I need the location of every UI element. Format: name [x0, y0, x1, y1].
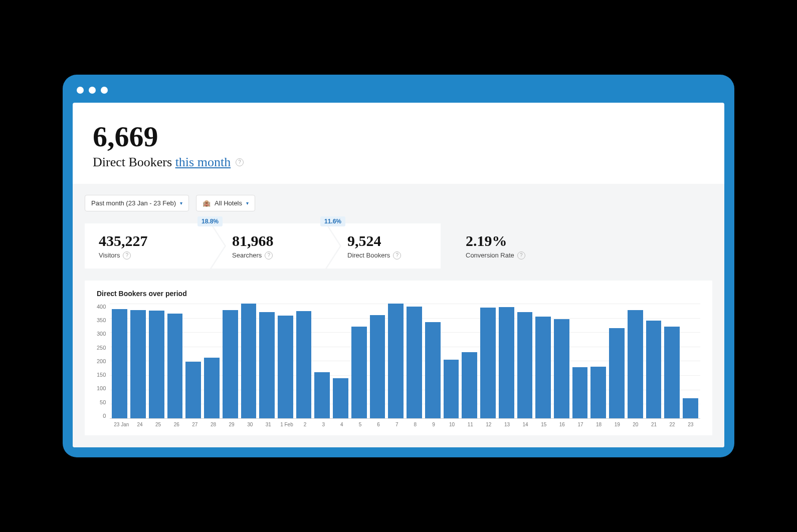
- metric-label: Direct Bookers ?: [347, 251, 427, 259]
- filter-bar: Past month (23 Jan - 23 Feb) ▾ 🏨 All Hot…: [85, 195, 712, 211]
- window-dot: [89, 87, 96, 94]
- chart-panel: Direct Bookers over period 4003503002502…: [85, 281, 712, 435]
- bar[interactable]: [259, 312, 275, 418]
- bar[interactable]: [683, 398, 698, 418]
- x-tick: 2: [297, 422, 313, 427]
- x-tick: 18: [591, 422, 607, 427]
- subtitle-text: Direct Bookers: [93, 155, 175, 169]
- bar[interactable]: [628, 310, 643, 418]
- building-icon: 🏨: [203, 199, 211, 207]
- metric-label: Searchers ?: [232, 251, 311, 259]
- bar[interactable]: [149, 311, 164, 418]
- x-tick: 14: [518, 422, 533, 427]
- x-tick: 22: [665, 422, 680, 427]
- bar[interactable]: [223, 310, 238, 418]
- y-tick: 100: [97, 385, 106, 391]
- chevron-down-icon: ▾: [180, 200, 182, 206]
- funnel-card-conversion: 2.19% Conversion Rate ?: [441, 223, 539, 269]
- x-tick: 26: [169, 422, 184, 427]
- date-range-label: Past month (23 Jan - 23 Feb): [91, 199, 176, 207]
- page-header: 6,669 Direct Bookers this month ?: [73, 103, 724, 184]
- y-tick: 300: [97, 331, 106, 337]
- metric-value: 9,524: [347, 232, 427, 249]
- bar[interactable]: [609, 328, 625, 418]
- x-tick: 15: [536, 422, 551, 427]
- x-tick: 11: [463, 422, 478, 427]
- funnel-card-searchers: 81,968 Searchers ?: [210, 223, 325, 269]
- bar[interactable]: [535, 317, 551, 418]
- metric-label: Visitors ?: [99, 251, 196, 259]
- bar[interactable]: [499, 307, 514, 418]
- funnel-card-bookers: 9,524 Direct Bookers ?: [325, 223, 441, 269]
- help-icon[interactable]: ?: [265, 251, 273, 259]
- bar[interactable]: [554, 319, 569, 418]
- x-tick: 12: [481, 422, 497, 427]
- funnel-card-visitors: 435,227 Visitors ?: [85, 223, 210, 269]
- bar[interactable]: [241, 304, 257, 418]
- y-tick: 200: [97, 358, 106, 364]
- bar[interactable]: [444, 360, 459, 418]
- y-tick: 0: [103, 413, 106, 419]
- y-axis: 400350300250200150100500: [97, 304, 110, 419]
- x-tick: 21: [646, 422, 662, 427]
- bar[interactable]: [130, 310, 146, 418]
- bar[interactable]: [407, 307, 422, 418]
- bar[interactable]: [185, 362, 201, 418]
- browser-frame: 6,669 Direct Bookers this month ? Past m…: [63, 75, 734, 457]
- x-tick: 17: [573, 422, 588, 427]
- funnel-conversion-badge: 11.6%: [320, 216, 345, 226]
- bar[interactable]: [204, 358, 220, 418]
- window-dot: [101, 87, 108, 94]
- bar[interactable]: [462, 352, 477, 418]
- metric-value: 81,968: [232, 232, 311, 249]
- bar[interactable]: [278, 316, 293, 418]
- x-tick: 10: [444, 422, 460, 427]
- funnel-metrics: 18.8% 11.6% 435,227 Visitors ? 81,968 Se…: [85, 223, 712, 269]
- bar[interactable]: [333, 378, 348, 418]
- x-tick: 20: [628, 422, 644, 427]
- dashboard-body: Past month (23 Jan - 23 Feb) ▾ 🏨 All Hot…: [73, 184, 724, 447]
- window-dot: [77, 87, 84, 94]
- metric-value: 2.19%: [466, 232, 525, 249]
- bar[interactable]: [388, 304, 404, 418]
- period-link[interactable]: this month: [175, 155, 231, 169]
- x-tick: 19: [610, 422, 625, 427]
- bar[interactable]: [167, 314, 183, 418]
- bar[interactable]: [296, 311, 312, 418]
- help-icon[interactable]: ?: [517, 251, 525, 259]
- bar[interactable]: [370, 315, 385, 418]
- x-tick: 3: [316, 422, 331, 427]
- metric-label: Conversion Rate ?: [466, 251, 525, 259]
- x-tick: 13: [499, 422, 515, 427]
- x-tick: 23 Jan: [114, 422, 129, 427]
- x-tick: 7: [389, 422, 405, 427]
- chart-title: Direct Bookers over period: [97, 290, 700, 298]
- date-range-filter[interactable]: Past month (23 Jan - 23 Feb) ▾: [85, 195, 189, 211]
- chart-plot: [110, 304, 700, 419]
- x-axis: 23 Jan24252627282930311 Feb2345678910111…: [99, 422, 700, 427]
- y-tick: 350: [97, 317, 106, 323]
- help-icon[interactable]: ?: [123, 251, 131, 259]
- x-tick: 8: [408, 422, 423, 427]
- funnel-conversion-badge: 18.8%: [197, 216, 223, 226]
- bar[interactable]: [351, 327, 367, 418]
- hotel-filter-label: All Hotels: [215, 199, 242, 207]
- x-tick: 25: [150, 422, 166, 427]
- help-icon[interactable]: ?: [393, 251, 401, 259]
- x-tick: 9: [426, 422, 442, 427]
- bar[interactable]: [425, 322, 441, 418]
- x-tick: 4: [334, 422, 350, 427]
- y-tick: 250: [97, 345, 106, 351]
- bar[interactable]: [480, 308, 496, 418]
- bar[interactable]: [112, 309, 127, 418]
- bar[interactable]: [314, 372, 330, 418]
- hotel-filter[interactable]: 🏨 All Hotels ▾: [196, 195, 255, 211]
- bar[interactable]: [664, 327, 680, 418]
- bar[interactable]: [517, 312, 533, 418]
- x-tick: 23: [683, 422, 698, 427]
- bar[interactable]: [646, 321, 662, 418]
- help-icon[interactable]: ?: [236, 158, 244, 166]
- bar[interactable]: [590, 367, 606, 418]
- bar[interactable]: [572, 367, 588, 418]
- headline-subtitle: Direct Bookers this month ?: [93, 155, 704, 170]
